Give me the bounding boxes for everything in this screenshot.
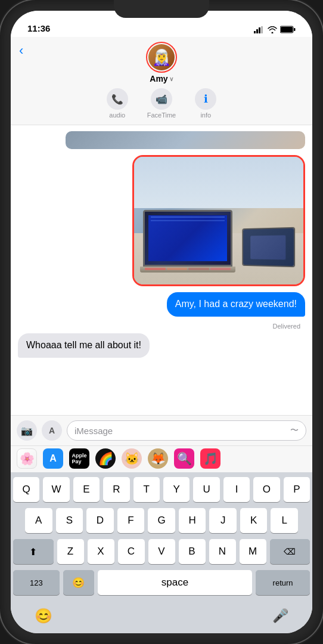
- applepay-app-icon[interactable]: ApplePay: [69, 448, 89, 469]
- partial-image: [66, 131, 305, 149]
- svg-rect-5: [281, 27, 293, 32]
- status-time: 11:36: [27, 23, 50, 33]
- shift-key[interactable]: ⬆: [13, 539, 54, 564]
- status-icons: [254, 26, 296, 33]
- keyboard-row-3: ⬆ Z X C V B N M ⌫: [13, 539, 310, 564]
- app-icon-bar: 🌸 A ApplePay 🌈 🐱 🦊 🔍 🎵: [11, 445, 312, 472]
- numbers-key[interactable]: 123: [13, 570, 60, 595]
- emoji-bottom-icon[interactable]: 😊: [35, 608, 52, 624]
- chevron-down-icon: ∨: [169, 76, 173, 82]
- key-t[interactable]: T: [133, 477, 160, 502]
- header-actions: 📞 audio 📹 FaceTime ℹ info: [107, 88, 217, 119]
- key-w[interactable]: W: [43, 477, 69, 502]
- info-button[interactable]: ℹ info: [195, 88, 216, 119]
- appstore-label: A: [49, 453, 57, 464]
- image-message[interactable]: [132, 155, 305, 286]
- sky-bg: [134, 157, 303, 208]
- image-placeholder: [134, 157, 303, 284]
- key-s[interactable]: S: [56, 508, 83, 533]
- notch: [114, 0, 209, 18]
- message-header: ‹ 🧝‍♀️ Amy ∨ 📞 audio 📹 FaceTime: [11, 37, 312, 125]
- keyboard: Q W E R T Y U I O P A S D F G: [11, 472, 312, 603]
- facetime-button[interactable]: 📹 FaceTime: [147, 88, 176, 119]
- keyboard-row-1: Q W E R T Y U I O P: [13, 477, 310, 502]
- phone-screen: 11:36: [11, 11, 312, 633]
- key-z[interactable]: Z: [57, 539, 84, 564]
- screen-content: 11:36: [11, 11, 312, 633]
- image-message-row: [18, 155, 305, 286]
- key-g[interactable]: G: [148, 508, 175, 533]
- camera-button[interactable]: 📷: [17, 420, 37, 441]
- facetime-icon: 📹: [151, 88, 172, 110]
- memoji3-app-icon[interactable]: 🦊: [148, 448, 168, 469]
- audio-waveform-icon: 〜: [290, 425, 299, 436]
- applepay-label: ApplePay: [72, 453, 86, 465]
- mic-bottom-icon[interactable]: 🎤: [272, 608, 288, 624]
- outgoing-bubble[interactable]: Amy, I had a crazy weekend!: [167, 292, 305, 317]
- incoming-message-row: Whoaaa tell me all about it!: [18, 333, 305, 358]
- messages-container: Amy, I had a crazy weekend! Delivered Wh…: [18, 131, 305, 359]
- search-app-icon[interactable]: 🔍: [174, 448, 194, 469]
- audio-button[interactable]: 📞 audio: [107, 88, 128, 119]
- camera-icon: 📷: [21, 425, 33, 436]
- key-k[interactable]: K: [240, 508, 268, 533]
- input-bar: 📷 A iMessage 〜: [11, 415, 312, 445]
- photos-app-icon[interactable]: 🌸: [17, 448, 37, 469]
- avatar-ring: 🧝‍♀️: [146, 42, 177, 73]
- svg-rect-0: [254, 31, 256, 33]
- memoji1-app-icon[interactable]: 🌈: [95, 448, 116, 469]
- signal-icon: [254, 26, 265, 33]
- delivered-label: Delivered: [18, 323, 305, 330]
- svg-rect-1: [256, 29, 258, 33]
- key-d[interactable]: D: [86, 508, 114, 533]
- info-icon: ℹ: [195, 88, 216, 110]
- key-e[interactable]: E: [73, 477, 100, 502]
- svg-rect-2: [259, 27, 260, 33]
- tablet-device: [241, 228, 294, 267]
- music-app-icon[interactable]: 🎵: [200, 448, 220, 469]
- key-q[interactable]: Q: [13, 477, 39, 502]
- key-u[interactable]: U: [193, 477, 219, 502]
- key-y[interactable]: Y: [163, 477, 190, 502]
- battery-icon: [280, 26, 296, 33]
- key-o[interactable]: O: [253, 477, 279, 502]
- key-x[interactable]: X: [88, 539, 114, 564]
- key-l[interactable]: L: [271, 508, 298, 533]
- key-c[interactable]: C: [118, 539, 145, 564]
- key-r[interactable]: R: [103, 477, 129, 502]
- messages-area: Amy, I had a crazy weekend! Delivered Wh…: [11, 125, 312, 415]
- incoming-bubble[interactable]: Whoaaa tell me all about it!: [18, 333, 150, 358]
- delete-key[interactable]: ⌫: [270, 539, 310, 564]
- back-button[interactable]: ‹: [19, 43, 23, 58]
- key-n[interactable]: N: [209, 539, 236, 564]
- key-f[interactable]: F: [117, 508, 145, 533]
- key-b[interactable]: B: [179, 539, 206, 564]
- space-key[interactable]: space: [98, 570, 252, 595]
- contact-name[interactable]: Amy ∨: [150, 74, 173, 83]
- bottom-bar: 😊 🎤: [11, 603, 312, 633]
- svg-rect-6: [294, 28, 296, 31]
- appstore-small-icon: A: [49, 426, 55, 435]
- laptop: [143, 210, 235, 273]
- key-v[interactable]: V: [148, 539, 175, 564]
- emoji-key[interactable]: 😊: [63, 570, 94, 595]
- key-m[interactable]: M: [240, 539, 266, 564]
- key-a[interactable]: A: [25, 508, 52, 533]
- svg-rect-3: [261, 26, 263, 33]
- key-p[interactable]: P: [284, 477, 310, 502]
- keyboard-bottom-row: 123 😊 space return: [13, 570, 310, 595]
- app-store-button[interactable]: A: [42, 420, 62, 441]
- imessage-input[interactable]: iMessage 〜: [67, 420, 306, 441]
- key-i[interactable]: I: [223, 477, 250, 502]
- keyboard-row-2: A S D F G H J K L: [13, 508, 310, 533]
- appstore-app-icon[interactable]: A: [43, 448, 63, 469]
- wifi-icon: [268, 26, 277, 33]
- avatar: 🧝‍♀️: [148, 44, 175, 70]
- key-h[interactable]: H: [179, 508, 206, 533]
- memoji2-app-icon[interactable]: 🐱: [122, 448, 142, 469]
- key-j[interactable]: J: [209, 508, 237, 533]
- info-label: info: [200, 112, 211, 119]
- return-key[interactable]: return: [256, 570, 310, 595]
- input-placeholder: iMessage: [74, 426, 113, 436]
- outgoing-message-row: Amy, I had a crazy weekend!: [18, 292, 305, 317]
